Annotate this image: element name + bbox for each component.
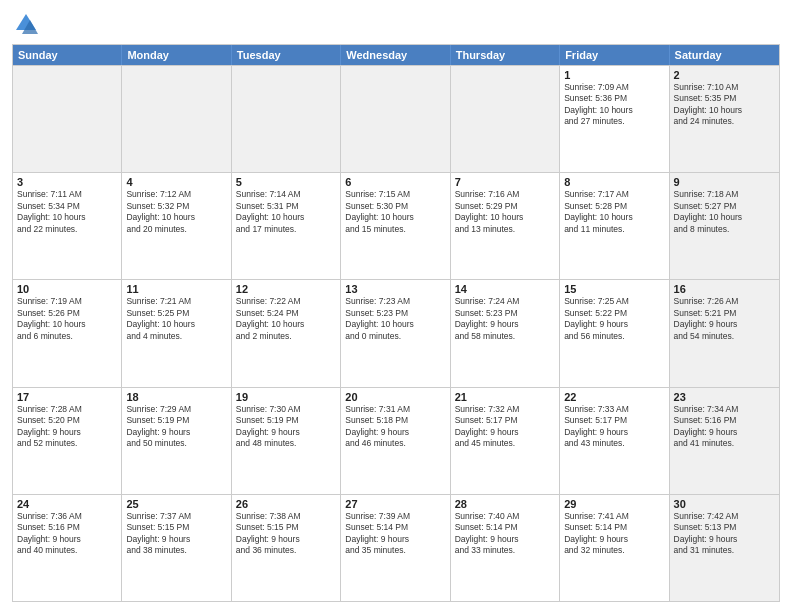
day-number: 9 [674, 176, 775, 188]
day-number: 23 [674, 391, 775, 403]
day-number: 14 [455, 283, 555, 295]
calendar-cell: 18Sunrise: 7:29 AM Sunset: 5:19 PM Dayli… [122, 388, 231, 494]
cell-info: Sunrise: 7:40 AM Sunset: 5:14 PM Dayligh… [455, 511, 555, 557]
day-number: 4 [126, 176, 226, 188]
calendar-cell: 15Sunrise: 7:25 AM Sunset: 5:22 PM Dayli… [560, 280, 669, 386]
calendar-cell: 1Sunrise: 7:09 AM Sunset: 5:36 PM Daylig… [560, 66, 669, 172]
calendar-cell: 6Sunrise: 7:15 AM Sunset: 5:30 PM Daylig… [341, 173, 450, 279]
page-container: SundayMondayTuesdayWednesdayThursdayFrid… [0, 0, 792, 612]
calendar-cell [13, 66, 122, 172]
calendar-cell: 13Sunrise: 7:23 AM Sunset: 5:23 PM Dayli… [341, 280, 450, 386]
cell-info: Sunrise: 7:26 AM Sunset: 5:21 PM Dayligh… [674, 296, 775, 342]
header-day-tuesday: Tuesday [232, 45, 341, 65]
day-number: 6 [345, 176, 445, 188]
day-number: 17 [17, 391, 117, 403]
cell-info: Sunrise: 7:23 AM Sunset: 5:23 PM Dayligh… [345, 296, 445, 342]
cell-info: Sunrise: 7:31 AM Sunset: 5:18 PM Dayligh… [345, 404, 445, 450]
cell-info: Sunrise: 7:25 AM Sunset: 5:22 PM Dayligh… [564, 296, 664, 342]
logo [12, 10, 44, 38]
day-number: 7 [455, 176, 555, 188]
cell-info: Sunrise: 7:15 AM Sunset: 5:30 PM Dayligh… [345, 189, 445, 235]
cell-info: Sunrise: 7:33 AM Sunset: 5:17 PM Dayligh… [564, 404, 664, 450]
calendar-cell: 16Sunrise: 7:26 AM Sunset: 5:21 PM Dayli… [670, 280, 779, 386]
calendar-week-3: 10Sunrise: 7:19 AM Sunset: 5:26 PM Dayli… [13, 279, 779, 386]
calendar-header: SundayMondayTuesdayWednesdayThursdayFrid… [13, 45, 779, 65]
day-number: 21 [455, 391, 555, 403]
cell-info: Sunrise: 7:29 AM Sunset: 5:19 PM Dayligh… [126, 404, 226, 450]
calendar-cell: 14Sunrise: 7:24 AM Sunset: 5:23 PM Dayli… [451, 280, 560, 386]
cell-info: Sunrise: 7:36 AM Sunset: 5:16 PM Dayligh… [17, 511, 117, 557]
day-number: 3 [17, 176, 117, 188]
calendar-cell [341, 66, 450, 172]
header-day-saturday: Saturday [670, 45, 779, 65]
calendar-cell: 17Sunrise: 7:28 AM Sunset: 5:20 PM Dayli… [13, 388, 122, 494]
header-day-friday: Friday [560, 45, 669, 65]
cell-info: Sunrise: 7:41 AM Sunset: 5:14 PM Dayligh… [564, 511, 664, 557]
cell-info: Sunrise: 7:37 AM Sunset: 5:15 PM Dayligh… [126, 511, 226, 557]
header-day-sunday: Sunday [13, 45, 122, 65]
calendar-cell [451, 66, 560, 172]
day-number: 13 [345, 283, 445, 295]
calendar-cell: 26Sunrise: 7:38 AM Sunset: 5:15 PM Dayli… [232, 495, 341, 601]
cell-info: Sunrise: 7:16 AM Sunset: 5:29 PM Dayligh… [455, 189, 555, 235]
cell-info: Sunrise: 7:11 AM Sunset: 5:34 PM Dayligh… [17, 189, 117, 235]
calendar-cell: 22Sunrise: 7:33 AM Sunset: 5:17 PM Dayli… [560, 388, 669, 494]
cell-info: Sunrise: 7:17 AM Sunset: 5:28 PM Dayligh… [564, 189, 664, 235]
day-number: 2 [674, 69, 775, 81]
calendar-cell: 8Sunrise: 7:17 AM Sunset: 5:28 PM Daylig… [560, 173, 669, 279]
header-day-thursday: Thursday [451, 45, 560, 65]
calendar-week-1: 1Sunrise: 7:09 AM Sunset: 5:36 PM Daylig… [13, 65, 779, 172]
day-number: 5 [236, 176, 336, 188]
calendar-cell: 7Sunrise: 7:16 AM Sunset: 5:29 PM Daylig… [451, 173, 560, 279]
cell-info: Sunrise: 7:12 AM Sunset: 5:32 PM Dayligh… [126, 189, 226, 235]
day-number: 26 [236, 498, 336, 510]
calendar-body: 1Sunrise: 7:09 AM Sunset: 5:36 PM Daylig… [13, 65, 779, 601]
day-number: 18 [126, 391, 226, 403]
calendar-week-2: 3Sunrise: 7:11 AM Sunset: 5:34 PM Daylig… [13, 172, 779, 279]
calendar-cell: 12Sunrise: 7:22 AM Sunset: 5:24 PM Dayli… [232, 280, 341, 386]
day-number: 19 [236, 391, 336, 403]
cell-info: Sunrise: 7:38 AM Sunset: 5:15 PM Dayligh… [236, 511, 336, 557]
day-number: 11 [126, 283, 226, 295]
cell-info: Sunrise: 7:32 AM Sunset: 5:17 PM Dayligh… [455, 404, 555, 450]
day-number: 20 [345, 391, 445, 403]
day-number: 8 [564, 176, 664, 188]
calendar-cell: 24Sunrise: 7:36 AM Sunset: 5:16 PM Dayli… [13, 495, 122, 601]
day-number: 27 [345, 498, 445, 510]
calendar-cell: 3Sunrise: 7:11 AM Sunset: 5:34 PM Daylig… [13, 173, 122, 279]
header-day-wednesday: Wednesday [341, 45, 450, 65]
calendar: SundayMondayTuesdayWednesdayThursdayFrid… [12, 44, 780, 602]
cell-info: Sunrise: 7:22 AM Sunset: 5:24 PM Dayligh… [236, 296, 336, 342]
calendar-cell: 2Sunrise: 7:10 AM Sunset: 5:35 PM Daylig… [670, 66, 779, 172]
calendar-cell: 19Sunrise: 7:30 AM Sunset: 5:19 PM Dayli… [232, 388, 341, 494]
logo-icon [12, 10, 40, 38]
cell-info: Sunrise: 7:42 AM Sunset: 5:13 PM Dayligh… [674, 511, 775, 557]
calendar-cell: 5Sunrise: 7:14 AM Sunset: 5:31 PM Daylig… [232, 173, 341, 279]
calendar-cell [232, 66, 341, 172]
cell-info: Sunrise: 7:24 AM Sunset: 5:23 PM Dayligh… [455, 296, 555, 342]
calendar-cell: 4Sunrise: 7:12 AM Sunset: 5:32 PM Daylig… [122, 173, 231, 279]
cell-info: Sunrise: 7:19 AM Sunset: 5:26 PM Dayligh… [17, 296, 117, 342]
calendar-cell: 25Sunrise: 7:37 AM Sunset: 5:15 PM Dayli… [122, 495, 231, 601]
day-number: 16 [674, 283, 775, 295]
day-number: 30 [674, 498, 775, 510]
day-number: 1 [564, 69, 664, 81]
calendar-cell: 23Sunrise: 7:34 AM Sunset: 5:16 PM Dayli… [670, 388, 779, 494]
calendar-week-4: 17Sunrise: 7:28 AM Sunset: 5:20 PM Dayli… [13, 387, 779, 494]
calendar-cell: 11Sunrise: 7:21 AM Sunset: 5:25 PM Dayli… [122, 280, 231, 386]
calendar-cell [122, 66, 231, 172]
day-number: 25 [126, 498, 226, 510]
cell-info: Sunrise: 7:34 AM Sunset: 5:16 PM Dayligh… [674, 404, 775, 450]
cell-info: Sunrise: 7:30 AM Sunset: 5:19 PM Dayligh… [236, 404, 336, 450]
cell-info: Sunrise: 7:18 AM Sunset: 5:27 PM Dayligh… [674, 189, 775, 235]
day-number: 10 [17, 283, 117, 295]
header [12, 10, 780, 38]
cell-info: Sunrise: 7:10 AM Sunset: 5:35 PM Dayligh… [674, 82, 775, 128]
day-number: 24 [17, 498, 117, 510]
cell-info: Sunrise: 7:39 AM Sunset: 5:14 PM Dayligh… [345, 511, 445, 557]
calendar-cell: 10Sunrise: 7:19 AM Sunset: 5:26 PM Dayli… [13, 280, 122, 386]
day-number: 28 [455, 498, 555, 510]
cell-info: Sunrise: 7:21 AM Sunset: 5:25 PM Dayligh… [126, 296, 226, 342]
day-number: 12 [236, 283, 336, 295]
calendar-week-5: 24Sunrise: 7:36 AM Sunset: 5:16 PM Dayli… [13, 494, 779, 601]
